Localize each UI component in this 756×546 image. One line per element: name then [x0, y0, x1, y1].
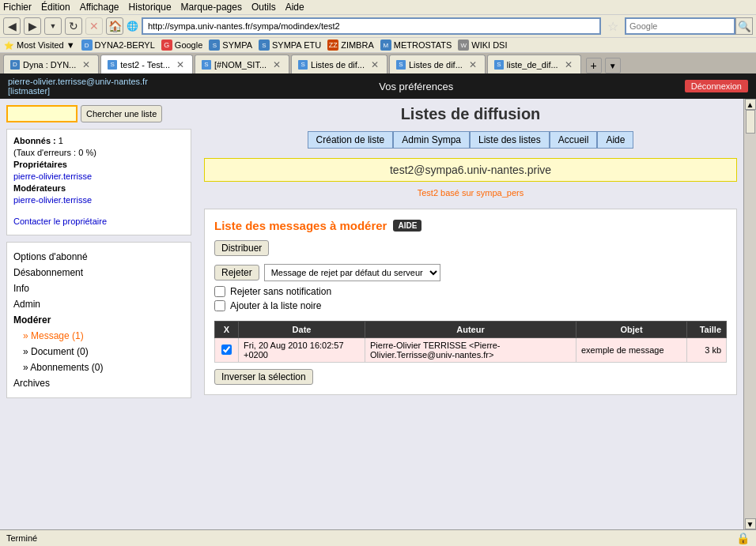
chevron-down-icon: ▼: [66, 40, 75, 50]
reload-button[interactable]: ↻: [65, 17, 82, 35]
tab-close-button[interactable]: ✕: [369, 59, 380, 70]
stop-button[interactable]: ✕: [85, 17, 103, 35]
menu-outils[interactable]: Outils: [251, 2, 276, 13]
tab-dyna[interactable]: D Dyna : DYN... ✕: [3, 55, 99, 73]
nav-creation-liste[interactable]: Création de liste: [308, 131, 394, 149]
message-checkbox[interactable]: [221, 345, 232, 355]
lock-icon: 🌐: [127, 21, 138, 32]
ssl-icon: 🔒: [736, 532, 750, 544]
bookmark-label: DYNA2-BERYL: [95, 40, 155, 50]
reject-no-notif-label: Rejeter sans notification: [230, 286, 331, 297]
list-search-button[interactable]: Chercher une liste: [81, 105, 162, 122]
owner-link[interactable]: pierre-olivier.terrisse: [13, 171, 92, 181]
bookmark-most-visited[interactable]: ⭐ Most Visited ▼: [3, 40, 75, 51]
tab-close-button[interactable]: ✕: [271, 59, 282, 70]
add-blacklist-checkbox[interactable]: [214, 300, 225, 311]
invert-selection-button[interactable]: Inverser la sélection: [214, 369, 313, 385]
distribute-row: Distribuer: [214, 240, 727, 264]
nav-desabonnement[interactable]: Désabonnement: [13, 265, 184, 281]
reject-reason-select[interactable]: Message de rejet par défaut du serveur: [264, 264, 440, 281]
tab-listes-dif-2[interactable]: S Listes de dif... ✕: [389, 55, 486, 73]
back-button[interactable]: ◀: [3, 17, 21, 35]
status-text: Terminé: [6, 533, 37, 543]
nav-moderer[interactable]: Modérer: [13, 312, 184, 328]
nav-message[interactable]: » Message (1): [13, 328, 184, 344]
nav-liste-listes[interactable]: Liste des listes: [470, 131, 550, 149]
nav-archives[interactable]: Archives: [13, 375, 184, 391]
scroll-thumb[interactable]: [746, 110, 755, 134]
moderator-link[interactable]: pierre-olivier.terrisse: [13, 195, 92, 205]
user-email: pierre-olivier.terrisse@univ-nantes.fr: [8, 77, 148, 86]
search-container: 🔍: [625, 17, 753, 35]
nav-abonnements[interactable]: » Abonnements (0): [13, 360, 184, 375]
nav-document[interactable]: » Document (0): [13, 344, 184, 360]
tab-favicon: S: [396, 60, 406, 70]
bookmark-sympa[interactable]: S SYMPA: [209, 40, 252, 51]
col-date-header: Date: [239, 322, 365, 338]
menu-edition[interactable]: Édition: [41, 2, 70, 13]
bookmark-sympa-etu[interactable]: S SYMPA ETU: [259, 40, 321, 51]
tab-label: Dyna : DYN...: [23, 60, 76, 70]
menu-fichier[interactable]: Fichier: [3, 2, 32, 13]
list-search-input[interactable]: [6, 105, 77, 122]
search-input[interactable]: [625, 17, 735, 35]
nav-buttons: Création de liste Admin Sympa Liste des …: [204, 131, 737, 149]
scroll-up-button[interactable]: ▲: [745, 99, 756, 110]
reject-button[interactable]: Rejeter: [214, 265, 259, 281]
list-subtitle: Test2 basé sur sympa_pers: [204, 188, 737, 198]
search-box: Chercher une liste: [6, 105, 191, 122]
menu-historique[interactable]: Historique: [129, 2, 172, 13]
nav-aide[interactable]: Aide: [597, 131, 633, 149]
nav-accueil[interactable]: Accueil: [550, 131, 598, 149]
bookmark-google[interactable]: G Google: [161, 40, 202, 51]
menu-marquepages[interactable]: Marque-pages: [181, 2, 242, 13]
page-content: pierre-olivier.terrisse@univ-nantes.fr […: [0, 73, 756, 529]
nav-admin[interactable]: Admin: [13, 296, 184, 312]
bookmark-dyna2-beryl[interactable]: D DYNA2-BERYL: [81, 40, 155, 51]
tab-listes-dif-1[interactable]: S Listes de dif... ✕: [291, 55, 387, 73]
menu-affichage[interactable]: Affichage: [80, 2, 119, 13]
logout-button[interactable]: Déconnexion: [685, 80, 748, 92]
sympa-favicon: S: [209, 40, 220, 51]
aide-badge[interactable]: AIDE: [393, 220, 421, 232]
tab-close-button[interactable]: ✕: [175, 59, 186, 70]
messages-table: X Date Auteur Objet Taille: [214, 321, 727, 363]
forward-dropdown[interactable]: ▼: [44, 17, 62, 35]
nav-info[interactable]: Info: [13, 281, 184, 296]
row-date-cell: Fri, 20 Aug 2010 16:02:57 +0200: [239, 338, 365, 363]
tab-overflow-button[interactable]: ▼: [605, 58, 621, 73]
tab-test2[interactable]: S test2 - Test... ✕: [100, 55, 193, 73]
distribute-button[interactable]: Distribuer: [214, 240, 269, 256]
status-left: Terminé: [6, 533, 37, 543]
scrollbar[interactable]: ▲ ▼: [743, 99, 756, 529]
status-bar: Terminé 🔒: [0, 529, 756, 546]
info-panel: Abonnés : 1 (Taux d'erreurs : 0 %) Propr…: [6, 129, 191, 235]
bookmark-metrostats[interactable]: M METROSTATS: [380, 40, 452, 51]
contact-owner-link[interactable]: Contacter le propriétaire: [13, 217, 107, 226]
scroll-down-button[interactable]: ▼: [745, 518, 756, 529]
home-button[interactable]: 🏠: [106, 17, 123, 35]
address-input[interactable]: [142, 17, 601, 35]
error-rate-label: (Taux d'erreurs :: [13, 148, 76, 157]
error-rate-info: (Taux d'erreurs : 0 %): [13, 148, 184, 157]
bookmark-label: SYMPA: [222, 40, 252, 50]
tab-close-button[interactable]: ✕: [467, 59, 478, 70]
tab-label: liste_de_dif...: [507, 60, 558, 70]
forward-button[interactable]: ▶: [24, 17, 41, 35]
sympa-user-info: pierre-olivier.terrisse@univ-nantes.fr […: [8, 77, 148, 96]
tab-favicon: D: [10, 60, 20, 70]
new-tab-button[interactable]: +: [586, 58, 602, 73]
tab-close-button[interactable]: ✕: [81, 59, 92, 70]
reject-no-notif-checkbox[interactable]: [214, 286, 225, 297]
tab-close-button[interactable]: ✕: [563, 59, 574, 70]
tab-nom-sit[interactable]: S [#NOM_SIT... ✕: [195, 55, 289, 73]
menu-aide[interactable]: Aide: [285, 2, 304, 13]
tab-liste-dif-3[interactable]: S liste_de_dif... ✕: [487, 55, 581, 73]
bookmark-wiki-dsi[interactable]: W WIKI DSI: [458, 40, 507, 51]
bookmark-star-button[interactable]: ☆: [604, 17, 622, 35]
nav-admin-sympa[interactable]: Admin Sympa: [393, 131, 470, 149]
search-go-button[interactable]: 🔍: [735, 17, 753, 35]
messages-table-body: Fri, 20 Aug 2010 16:02:57 +0200 Pierre-O…: [215, 338, 727, 363]
nav-options-abonne[interactable]: Options d'abonné: [13, 249, 184, 265]
bookmark-zimbra[interactable]: ZZ ZIMBRA: [327, 40, 374, 51]
